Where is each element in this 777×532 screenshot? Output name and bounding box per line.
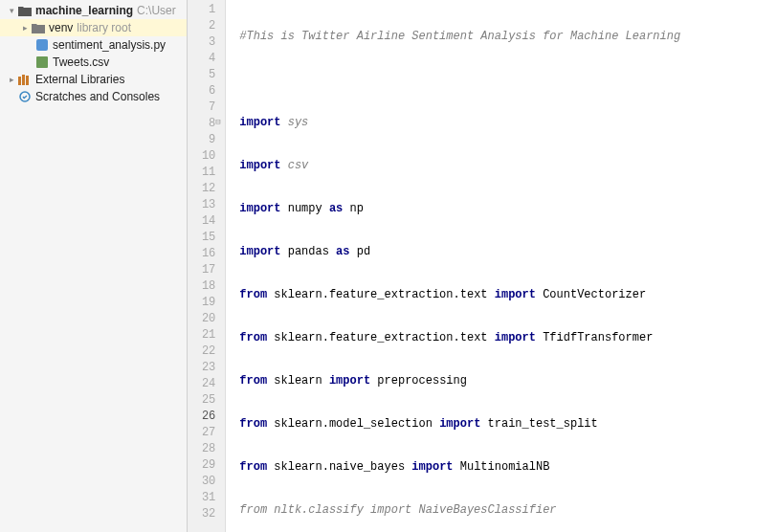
line-number: 19 xyxy=(188,295,225,311)
line-number: 2 xyxy=(188,18,225,34)
tree-item-external-libraries[interactable]: ▸ External Libraries xyxy=(0,71,187,88)
tree-item-label: venv xyxy=(49,21,73,34)
code-text: csv xyxy=(281,159,309,172)
line-number-gutter: 1 2 3 4 5 6 7 8 9 10 11 12 13 14 15 16 1… xyxy=(188,0,226,532)
line-number: 15 xyxy=(188,230,225,246)
line-number: 27 xyxy=(188,425,225,441)
code-content[interactable]: #This is Twitter Airline Sentiment Analy… xyxy=(226,0,777,532)
line-number: 13 xyxy=(188,197,225,213)
svg-rect-0 xyxy=(36,39,48,51)
code-text: #This is Twitter Airline Sentiment Analy… xyxy=(239,30,680,43)
tree-item-label: External Libraries xyxy=(35,73,124,86)
line-number: 1 xyxy=(188,2,225,18)
code-text: import xyxy=(495,331,536,344)
csv-file-icon xyxy=(34,55,50,70)
line-number: 14 xyxy=(188,213,225,230)
line-number: 23 xyxy=(188,360,225,376)
code-text: from xyxy=(239,374,267,388)
line-number: 28 xyxy=(188,441,225,457)
line-number: 7 xyxy=(188,100,225,116)
tree-item-label: sentiment_analysis.py xyxy=(53,38,166,52)
folder-icon xyxy=(17,3,33,18)
line-number: 6 xyxy=(188,83,225,100)
code-text: sklearn.naive_bayes xyxy=(267,460,411,474)
code-text: sklearn.feature_extraction.text xyxy=(267,331,495,344)
code-text: from xyxy=(239,288,267,301)
line-number: 20 xyxy=(188,311,225,327)
code-text: from xyxy=(239,417,267,431)
project-path: C:\User xyxy=(137,4,176,17)
code-text: import xyxy=(439,417,480,431)
svg-rect-4 xyxy=(26,76,29,85)
code-text: CountVectorizer xyxy=(536,288,646,301)
code-text: from nltk.classify import NaiveBayesClas… xyxy=(239,503,556,517)
tree-item-tweets-csv[interactable]: Tweets.csv xyxy=(0,54,187,71)
code-editor[interactable]: 1 2 3 4 5 6 7 8 9 10 11 12 13 14 15 16 1… xyxy=(188,0,777,532)
libraries-icon xyxy=(17,72,33,87)
line-number: 25 xyxy=(188,392,225,409)
line-number: 29 xyxy=(188,457,225,474)
code-text: sklearn xyxy=(267,374,329,388)
line-number: 32 xyxy=(188,506,225,522)
tree-item-scratches[interactable]: Scratches and Consoles xyxy=(0,88,187,105)
line-number: 3 xyxy=(188,34,225,51)
project-tree[interactable]: ▾ machine_learning C:\User ▸ venv librar… xyxy=(0,0,188,532)
line-number: 22 xyxy=(188,344,225,360)
code-text: import xyxy=(239,245,280,258)
code-text: from xyxy=(239,331,267,344)
line-number: 31 xyxy=(188,490,225,506)
line-number: 18 xyxy=(188,278,225,295)
line-number: 16 xyxy=(188,246,225,262)
line-number: 9 xyxy=(188,132,225,148)
code-text: from xyxy=(239,460,267,474)
code-text: import xyxy=(411,460,453,474)
line-number: 11 xyxy=(188,165,225,181)
code-text: np xyxy=(343,202,364,215)
python-file-icon xyxy=(34,37,50,53)
line-number: 4 xyxy=(188,51,225,67)
code-text: pd xyxy=(350,245,371,258)
code-text: as xyxy=(329,202,343,215)
tree-item-label: Tweets.csv xyxy=(53,55,109,69)
code-text: numpy xyxy=(281,202,329,215)
chevron-right-icon[interactable]: ▸ xyxy=(6,75,17,84)
code-text: MultinomialNB xyxy=(454,460,550,474)
tree-item-sentiment-analysis[interactable]: sentiment_analysis.py xyxy=(0,36,187,54)
tree-item-venv[interactable]: ▸ venv library root xyxy=(0,19,187,36)
line-number: 21 xyxy=(188,327,225,344)
folder-icon xyxy=(31,20,46,35)
tree-item-label: Scratches and Consoles xyxy=(35,90,160,103)
svg-rect-2 xyxy=(18,77,21,85)
tree-item-sublabel: library root xyxy=(77,21,131,34)
code-text: sklearn.feature_extraction.text xyxy=(267,288,495,301)
code-text: import xyxy=(329,374,370,388)
code-text: import xyxy=(495,288,536,301)
line-number: 24 xyxy=(188,376,225,392)
code-text: preprocessing xyxy=(370,374,467,388)
svg-rect-3 xyxy=(22,75,25,85)
code-text: train_test_split xyxy=(480,417,597,431)
code-text: import xyxy=(239,202,280,215)
line-number: 10 xyxy=(188,148,225,165)
code-text: TfidfTransformer xyxy=(536,331,653,344)
project-root[interactable]: ▾ machine_learning C:\User xyxy=(0,2,187,19)
svg-rect-1 xyxy=(36,56,48,68)
code-text: import xyxy=(239,116,280,129)
code-text: sys xyxy=(281,116,309,129)
code-text xyxy=(226,72,777,88)
chevron-down-icon[interactable]: ▾ xyxy=(6,6,17,15)
code-text: pandas xyxy=(281,245,337,258)
code-text: as xyxy=(336,245,349,258)
line-number: 30 xyxy=(188,474,225,490)
scratches-icon xyxy=(17,89,33,104)
fold-minus-icon[interactable]: ⊟ xyxy=(215,115,224,131)
line-number: 12 xyxy=(188,181,225,197)
code-text: import xyxy=(239,159,280,172)
chevron-right-icon[interactable]: ▸ xyxy=(19,23,31,33)
project-name: machine_learning xyxy=(35,4,133,17)
line-number: 26 xyxy=(188,409,225,425)
line-number: 17 xyxy=(188,262,225,278)
code-text: sklearn.model_selection xyxy=(267,417,439,431)
line-number: 5 xyxy=(188,67,225,83)
